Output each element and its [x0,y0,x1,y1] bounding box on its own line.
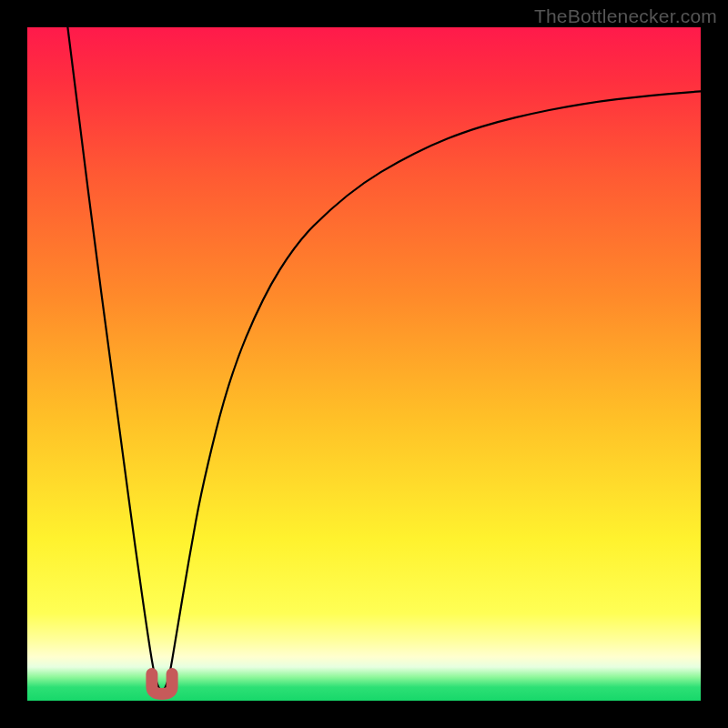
chart-svg [27,27,701,701]
plot-area [27,27,701,701]
chart-container: TheBottlenecker.com [0,0,728,728]
watermark-text: TheBottlenecker.com [534,5,717,27]
bottleneck-curve [67,27,701,691]
plot-frame [27,27,701,701]
optimal-marker [152,674,172,694]
